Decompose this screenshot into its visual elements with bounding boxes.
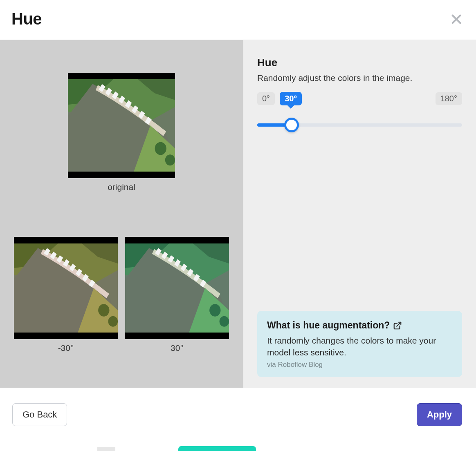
info-heading[interactable]: What is hue augmentation?	[267, 320, 452, 331]
control-title: Hue	[257, 56, 462, 69]
slider-max-label: 180°	[436, 92, 462, 105]
preview-label: 30°	[171, 343, 184, 353]
slider-labels: 0° 30° 180°	[257, 92, 462, 105]
slider-min-label: 0°	[257, 92, 275, 105]
preview-image	[125, 237, 229, 339]
modal-footer: Go Back Apply	[0, 388, 476, 433]
control-description: Randomly adjust the colors in the image.	[257, 73, 462, 83]
svg-point-45	[209, 304, 220, 317]
svg-point-30	[98, 304, 109, 317]
external-link-icon	[393, 321, 402, 330]
slider-thumb[interactable]	[284, 118, 299, 132]
info-card: What is hue augmentation? It randomly ch…	[257, 311, 462, 377]
cutoff-stub	[97, 447, 115, 451]
modal-title: Hue	[11, 10, 42, 28]
preview-label: -30°	[58, 343, 74, 353]
go-back-button[interactable]: Go Back	[12, 403, 67, 426]
slider-value-tooltip: 30°	[280, 92, 302, 105]
modal-header: Hue	[0, 0, 476, 40]
cutoff-stub	[178, 446, 256, 451]
apply-button[interactable]: Apply	[417, 403, 462, 426]
close-icon[interactable]	[450, 13, 463, 26]
preview-pane: original	[0, 40, 243, 388]
preview-image	[14, 237, 118, 339]
preview-image	[68, 73, 175, 178]
svg-point-15	[155, 142, 166, 155]
info-heading-text: What is hue augmentation?	[267, 320, 390, 331]
controls-pane: Hue Randomly adjust the colors in the im…	[243, 40, 476, 388]
preview-negative: -30°	[14, 237, 118, 353]
svg-point-16	[165, 154, 175, 165]
preview-positive: 30°	[125, 237, 229, 353]
info-body: It randomly changes the colors to make y…	[267, 335, 452, 358]
hue-slider[interactable]	[257, 117, 462, 133]
preview-label: original	[108, 182, 135, 192]
modal-body: original	[0, 40, 476, 388]
svg-point-31	[108, 316, 118, 327]
info-attribution: via Roboflow Blog	[267, 361, 452, 369]
preview-original: original	[68, 73, 175, 192]
svg-line-47	[397, 322, 401, 326]
svg-point-46	[220, 316, 229, 327]
